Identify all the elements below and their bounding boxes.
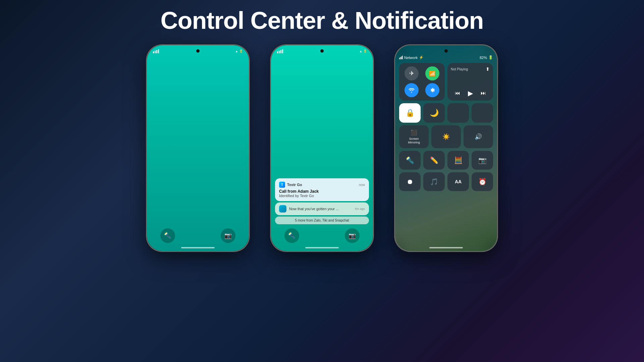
- phone-2-flashlight-btn[interactable]: 🔦: [284, 228, 299, 243]
- wifi-btn[interactable]: [402, 83, 421, 97]
- airplane-mode-icon: ✈: [405, 66, 419, 80]
- cc-airplay-icon[interactable]: ⬆: [486, 66, 490, 72]
- cc-screen-mirror-icon: ⬛: [411, 129, 417, 136]
- cc-status-bar: Network ⚡ 82% 🔋: [399, 55, 493, 60]
- cc-volume-slider[interactable]: 🔊: [464, 125, 493, 148]
- cellular-icon: 📶: [425, 66, 439, 80]
- cc-text-size-btn[interactable]: AA: [447, 172, 469, 191]
- cc-screen-record-btn[interactable]: ⏺: [399, 172, 421, 191]
- phone-3: Network ⚡ 82% 🔋 ✈: [394, 44, 498, 252]
- phones-container: ▲🔋 Wednesday, 12 July 16:35 ☁ 36° Clouds…: [146, 44, 498, 252]
- phone-2-camera: [320, 49, 324, 53]
- cc-next-btn[interactable]: ⏭: [481, 90, 486, 96]
- phone-2-camera-btn[interactable]: 📷: [345, 228, 360, 243]
- airplane-mode-btn[interactable]: ✈: [402, 66, 421, 80]
- cc-apps-row-2: ⏺ 🎵 AA ⏰: [399, 172, 493, 191]
- cc-screen-mirror-label: ScreenMirroring: [408, 137, 420, 144]
- phone-3-home-indicator[interactable]: [429, 247, 463, 248]
- phone-1: ▲🔋 Wednesday, 12 July 16:35 ☁ 36° Clouds…: [146, 44, 250, 252]
- textr-app-icon: T: [279, 182, 285, 188]
- cc-prev-btn[interactable]: ⏮: [455, 90, 460, 96]
- cc-brightness-icon: ☀️: [442, 133, 450, 140]
- cc-mid-row: 🔒 🌙: [399, 103, 493, 123]
- cc-battery-icon: 🔋: [488, 55, 493, 60]
- cc-calculator-btn[interactable]: 🧮: [447, 151, 469, 170]
- cc-status-left: Network ⚡: [399, 55, 424, 60]
- textr-banner-title: Call from Adam Jack: [279, 189, 365, 194]
- phone-1-home-indicator[interactable]: [181, 247, 215, 248]
- cc-now-playing-tile: Not Playing ⬆ ⏮ ▶ ⏭: [447, 63, 493, 101]
- phone-1-camera: [196, 49, 200, 53]
- bluetooth-icon: ✱: [425, 83, 439, 97]
- wifi-icon: [405, 83, 419, 97]
- cc-sliders-row: ⬛ ScreenMirroring ☀️ 🔊: [399, 125, 493, 148]
- zalo-time: 5m ago: [355, 207, 365, 210]
- cc-brightness-slider[interactable]: ☀️: [431, 125, 461, 148]
- more-notifications[interactable]: 5 more from Zalo, Tiki and Snapchat: [275, 217, 369, 224]
- cc-lock-rotation-btn[interactable]: 🔒: [399, 103, 421, 123]
- cc-wifi-icon: ⚡: [419, 55, 424, 60]
- textr-banner-time: now: [359, 183, 365, 187]
- cc-top-row: ✈ 📶: [399, 63, 493, 101]
- zalo-icon: [279, 205, 286, 213]
- cc-play-btn[interactable]: ▶: [468, 89, 473, 97]
- phone-2-home-indicator[interactable]: [305, 247, 339, 248]
- cc-connectivity-tile: ✈ 📶: [399, 63, 445, 101]
- cellular-btn[interactable]: 📶: [423, 66, 441, 80]
- zalo-body: Now that you've gotten your ...: [289, 207, 352, 211]
- cc-np-label: Not Playing: [451, 67, 468, 71]
- bluetooth-btn[interactable]: ✱: [423, 83, 441, 97]
- phone-3-screen: Network ⚡ 82% 🔋 ✈: [395, 45, 497, 251]
- textr-app-info: T Textr Go: [279, 182, 302, 188]
- cc-camera-btn[interactable]: 📷: [472, 151, 493, 170]
- cc-screen-mirroring-btn[interactable]: ⬛ ScreenMirroring: [399, 125, 429, 148]
- control-center-panel: Network ⚡ 82% 🔋 ✈: [395, 45, 497, 251]
- cc-volume-icon: 🔊: [475, 133, 482, 140]
- phone-2-bottom-icons: 🔦 📷: [271, 228, 373, 243]
- cc-signal: [399, 56, 403, 59]
- phone-2: ▲🔋 Wednesday, 12 July 15:28 ☁ 36° Clouds…: [270, 44, 374, 252]
- cc-status-right: 82% 🔋: [480, 55, 493, 60]
- phone-1-bottom-icons: 🔦 📷: [147, 228, 249, 243]
- phone-3-camera: [444, 49, 448, 53]
- textr-banner[interactable]: T Textr Go now Call from Adam Jack Ident…: [275, 178, 369, 201]
- flashlight-btn[interactable]: 🔦: [160, 228, 175, 243]
- textr-banner-header: T Textr Go now: [279, 182, 365, 188]
- cc-notes-btn[interactable]: ✏️: [423, 151, 445, 170]
- notification-banners: T Textr Go now Call from Adam Jack Ident…: [275, 178, 369, 224]
- cc-sound-recognition-btn[interactable]: 🎵: [423, 172, 445, 191]
- textr-banner-body: Identified by Textr Go: [279, 194, 365, 198]
- phone-2-screen: ▲🔋 Wednesday, 12 July 15:28 ☁ 36° Clouds…: [271, 45, 373, 251]
- camera-btn[interactable]: 📷: [221, 228, 235, 243]
- cc-empty-tile-1: [447, 103, 469, 123]
- cc-network-label: Network: [404, 56, 418, 60]
- zalo-banner[interactable]: Now that you've gotten your ... 5m ago: [275, 202, 369, 215]
- cc-flashlight-btn[interactable]: 🔦: [399, 151, 421, 170]
- phone-1-background: [147, 45, 249, 251]
- cc-battery-label: 82%: [480, 56, 487, 60]
- page-title: Control Center & Notification: [161, 7, 484, 34]
- cc-apps-row-1: 🔦 ✏️ 🧮 📷: [399, 151, 493, 170]
- cc-timer-btn[interactable]: ⏰: [472, 172, 493, 191]
- cc-focus-btn[interactable]: 🌙: [423, 103, 445, 123]
- phone-1-screen: ▲🔋 Wednesday, 12 July 16:35 ☁ 36° Clouds…: [147, 45, 249, 251]
- cc-empty-tile-2: [472, 103, 493, 123]
